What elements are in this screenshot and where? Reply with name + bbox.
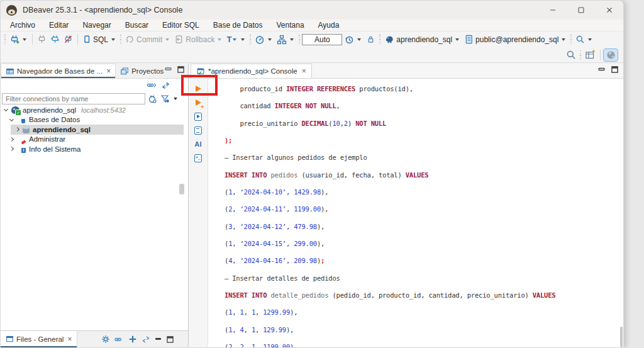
editor-scrollbar-thumb[interactable] bbox=[620, 327, 623, 347]
connect-button[interactable] bbox=[35, 33, 48, 45]
code-line: — Insertar algunos pedidos de ejemplo bbox=[225, 149, 623, 166]
editor-window-buttons bbox=[598, 66, 618, 73]
code-line: INSERT INTO pedidos (usuario_id, fecha, … bbox=[225, 167, 623, 184]
filter-menu-arrow-icon[interactable] bbox=[174, 98, 177, 100]
minimize-panel-icon[interactable] bbox=[165, 66, 172, 73]
execute-highlight bbox=[181, 75, 218, 96]
reconnect-button[interactable] bbox=[48, 33, 62, 45]
code-line: producto_id INTEGER REFERENCES productos… bbox=[225, 81, 623, 98]
main-toolbar: SQL Commit Rollback T bbox=[1, 31, 623, 47]
ai-assistant-button[interactable]: AI bbox=[194, 140, 203, 149]
close-icon[interactable]: × bbox=[106, 67, 111, 76]
rollback-icon bbox=[174, 35, 184, 44]
minimize-panel-icon[interactable] bbox=[155, 336, 162, 343]
close-icon[interactable]: × bbox=[302, 67, 306, 76]
sql-editor-button[interactable]: SQL bbox=[80, 33, 118, 45]
menu-item-buscar[interactable]: Buscar bbox=[118, 20, 155, 30]
execute-in-new-tab-button[interactable] bbox=[194, 98, 203, 107]
splitter-handle[interactable] bbox=[179, 184, 184, 194]
minimize-panel-icon[interactable] bbox=[598, 66, 606, 73]
filter-funnel-icon[interactable] bbox=[160, 94, 170, 104]
server-cluster-button[interactable] bbox=[275, 33, 297, 46]
chevron-right-icon[interactable] bbox=[15, 127, 19, 132]
close-button[interactable] bbox=[595, 1, 623, 20]
history-clock-icon bbox=[344, 35, 354, 45]
transaction-log-button[interactable] bbox=[253, 33, 275, 46]
navigator-tab-bar: Navegador de Bases de ... × Proyectos bbox=[1, 64, 188, 79]
explain-plan-button[interactable] bbox=[194, 126, 203, 135]
chevron-down-icon[interactable] bbox=[9, 117, 14, 121]
user-profile-button[interactable] bbox=[603, 48, 618, 62]
menu-item-archivo[interactable]: Archivo bbox=[3, 20, 42, 30]
settings-gear-icon[interactable] bbox=[101, 335, 110, 344]
tree-item-label: aprendiendo_sql bbox=[23, 106, 76, 114]
code-line: (2, ‘2024-04-11’, 1199.00), bbox=[225, 201, 623, 218]
link-with-editor-icon[interactable] bbox=[142, 335, 150, 344]
maximize-button[interactable] bbox=[567, 1, 595, 20]
commit-mode-combo[interactable]: Auto bbox=[302, 34, 342, 45]
postgres-icon bbox=[11, 106, 19, 114]
maximize-panel-icon[interactable] bbox=[167, 336, 174, 343]
projects-icon bbox=[120, 67, 129, 76]
folder-admin-icon bbox=[17, 135, 26, 143]
menu-item-editar[interactable]: Editar bbox=[42, 20, 75, 30]
global-search-button[interactable] bbox=[564, 48, 578, 61]
navigator-toolbar bbox=[1, 79, 188, 92]
expand-plus-icon[interactable] bbox=[128, 335, 137, 344]
sql-code-area[interactable]: producto_id INTEGER REFERENCES productos… bbox=[208, 79, 623, 347]
script-icon bbox=[194, 126, 202, 135]
active-connection-selector[interactable]: aprendiendo_sql bbox=[382, 33, 462, 45]
transaction-mode-button[interactable]: T bbox=[225, 34, 248, 45]
code-line: (1, 4, 1, 129.99), bbox=[225, 322, 623, 339]
collapse-all-icon[interactable] bbox=[147, 81, 157, 89]
chevron-right-icon[interactable] bbox=[9, 147, 14, 151]
filter-connections-input[interactable] bbox=[2, 93, 145, 104]
ai-icon: AI bbox=[194, 140, 202, 148]
code-line: cantidad INTEGER NOT NULL, bbox=[225, 98, 623, 115]
query-history-button[interactable] bbox=[342, 33, 364, 46]
toolbar-search-button[interactable] bbox=[574, 33, 595, 45]
menu-item-editor-sql[interactable]: Editor SQL bbox=[155, 20, 206, 30]
menu-item-base-de-datos[interactable]: Base de Datos bbox=[206, 20, 270, 30]
tab-files-general[interactable]: Files - General × bbox=[1, 331, 77, 347]
maximize-panel-icon[interactable] bbox=[611, 66, 618, 73]
editor-tab-bar: *aprendiendo_sql> Console × bbox=[189, 64, 623, 79]
commit-button[interactable]: Commit bbox=[123, 33, 172, 45]
connection-types-icon[interactable] bbox=[147, 94, 158, 104]
collapse-all-icon[interactable] bbox=[114, 335, 124, 344]
files-panel-icons bbox=[101, 335, 174, 344]
new-connection-button[interactable] bbox=[8, 33, 30, 46]
tab-projects[interactable]: Proyectos bbox=[116, 64, 168, 78]
schema-document-icon bbox=[464, 35, 474, 44]
disconnect-button[interactable] bbox=[62, 33, 75, 45]
maximize-panel-icon[interactable] bbox=[177, 66, 184, 73]
rollback-button[interactable]: Rollback bbox=[172, 33, 225, 45]
editor-body: AI producto_id INTEGER REFERENCES produc… bbox=[189, 79, 623, 347]
link-with-editor-icon[interactable] bbox=[161, 81, 170, 90]
menu-item-navegar[interactable]: Navegar bbox=[75, 20, 118, 30]
tab-database-navigator[interactable]: Navegador de Bases de ... × bbox=[1, 64, 116, 78]
tree-item-aprendiendo_sql[interactable]: aprendiendo_sql bbox=[11, 125, 184, 135]
sql-editor-area: *aprendiendo_sql> Console × bbox=[189, 64, 623, 347]
menu-item-ventana[interactable]: Ventana bbox=[270, 20, 311, 30]
plug-plus-icon bbox=[9, 35, 19, 45]
minimize-button[interactable] bbox=[538, 1, 567, 20]
open-perspective-button[interactable] bbox=[583, 48, 597, 61]
active-schema-selector[interactable]: public@aprendiendo_sql bbox=[462, 33, 569, 45]
lock-button[interactable] bbox=[364, 33, 377, 45]
title-bar: DBeaver 25.3.1 - <aprendiendo_sql> Conso… bbox=[1, 1, 623, 20]
dbeaver-logo-icon bbox=[6, 5, 17, 16]
chevron-right-icon[interactable] bbox=[9, 137, 14, 142]
menu-item-ayuda[interactable]: Ayuda bbox=[311, 20, 347, 30]
open-console-button[interactable] bbox=[194, 154, 203, 162]
perspective-icon bbox=[585, 50, 596, 60]
tree-item-info-del-sistema[interactable]: Info del Sistema bbox=[1, 144, 188, 154]
close-icon[interactable]: × bbox=[67, 335, 72, 344]
tree-item-aprendiendo_sql[interactable]: aprendiendo_sqllocalhost:5432 bbox=[1, 105, 188, 115]
tree-item-label: aprendiendo_sql bbox=[33, 126, 91, 133]
tree-item-administrar[interactable]: Administrar bbox=[1, 135, 188, 145]
chevron-down-icon[interactable] bbox=[4, 107, 8, 111]
execute-script-button[interactable] bbox=[194, 112, 203, 121]
tree-item-bases-de-datos[interactable]: Bases de Datos bbox=[1, 115, 188, 125]
code-line: (1, 1, 1, 1299.99), bbox=[225, 304, 623, 321]
